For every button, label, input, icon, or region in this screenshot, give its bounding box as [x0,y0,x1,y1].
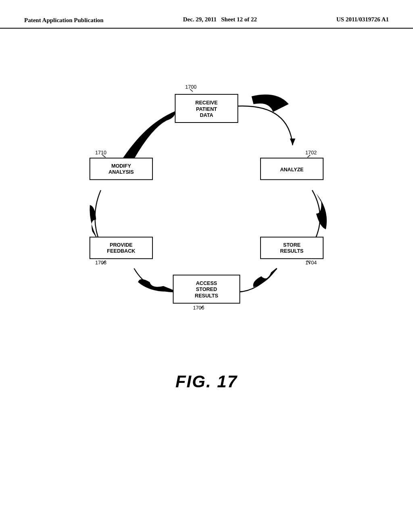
svg-text:RESULTS: RESULTS [280,248,304,254]
flowchart-diagram: RECEIVE PATIENT DATA 1700 ANALYZE 1702 S… [65,69,348,335]
arrow-1706-to-1708 [134,268,176,292]
header-patent-number: US 2011/0319726 A1 [336,16,389,23]
arrow-1700-to-1702 [238,95,296,145]
svg-text:ACCESS: ACCESS [196,281,217,286]
svg-rect-27 [90,158,152,179]
svg-text:PROVIDE: PROVIDE [110,242,133,248]
svg-text:MODIFY: MODIFY [111,163,131,169]
figure-caption: FIG. 17 [175,372,238,391]
svg-text:1702: 1702 [305,150,317,156]
node-1700: RECEIVE PATIENT DATA 1700 [175,84,238,123]
svg-text:FEEDBACK: FEEDBACK [107,248,135,254]
arrow-1710-to-1700 [120,110,183,163]
svg-rect-22 [90,237,152,258]
node-1706: ACCESS STORED RESULTS 1706 [173,275,240,311]
header-date: Dec. 29, 2011 [183,16,217,23]
svg-text:1700: 1700 [185,84,196,90]
svg-rect-11 [261,237,323,258]
svg-text:RESULTS: RESULTS [195,293,218,299]
header-sheet: Sheet 12 of 22 [221,16,257,23]
page-header: Patent Application Publication Dec. 29, … [0,0,413,29]
svg-text:ANALYSIS: ANALYSIS [108,169,134,175]
diagram-area: RECEIVE PATIENT DATA 1700 ANALYZE 1702 S… [0,37,413,440]
node-1702: ANALYZE 1702 [261,150,323,180]
arrow-1704-to-1706 [238,268,277,292]
node-1704: STORE RESULTS 1704 [261,237,323,266]
svg-text:RECEIVE: RECEIVE [195,100,217,106]
svg-text:ANALYZE: ANALYZE [280,167,303,172]
node-1710: MODIFY ANALYSIS 1710 [90,150,152,180]
node-1708: PROVIDE FEEDBACK 1708 [90,237,152,266]
svg-text:PATIENT: PATIENT [196,106,217,112]
svg-text:DATA: DATA [200,113,213,118]
svg-text:STORE: STORE [283,242,300,248]
svg-text:STORED: STORED [196,287,217,292]
header-date-sheet: Dec. 29, 2011 Sheet 12 of 22 [183,16,257,23]
svg-marker-0 [290,139,296,145]
header-title: Patent Application Publication [24,16,104,25]
svg-text:1710: 1710 [95,150,106,156]
